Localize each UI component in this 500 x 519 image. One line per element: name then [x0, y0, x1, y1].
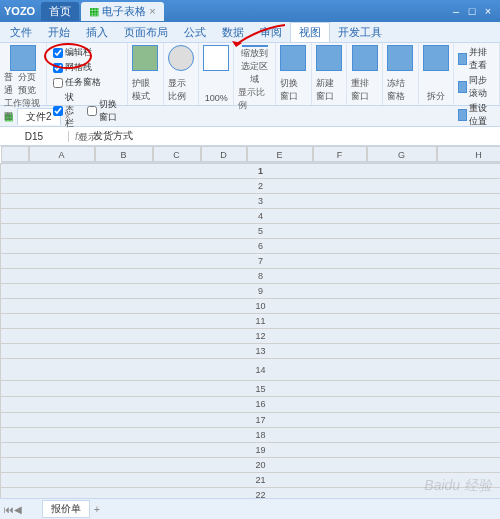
maximize-button[interactable]: □	[464, 5, 480, 17]
ribbon: 普通 分页预览 工作簿视图 编辑栏 网格线 任务窗格 状态栏 切换窗口 显示 护…	[0, 43, 500, 106]
col-H[interactable]: H	[437, 146, 501, 162]
menu-file[interactable]: 文件	[2, 23, 40, 42]
split-button[interactable]: 拆分	[427, 90, 445, 103]
split-icon[interactable]	[423, 45, 449, 71]
menu-review[interactable]: 审阅	[252, 23, 290, 42]
status-bar: ⏮ ◀ 报价单 +	[0, 498, 500, 519]
new-win-icon[interactable]	[316, 45, 342, 71]
close-tab-icon[interactable]: ×	[149, 5, 155, 17]
group-zoom: 显示比例	[238, 86, 271, 112]
group-show: 显示	[79, 131, 97, 144]
minimize-button[interactable]: –	[448, 5, 464, 17]
freeze-button[interactable]: 缩放到选定区域	[238, 47, 271, 86]
freeze-pane-icon[interactable]	[387, 45, 413, 71]
doc-title: 电子表格	[102, 4, 146, 19]
chk-switch[interactable]: 切换窗口	[87, 91, 123, 130]
side-by-side[interactable]: 并排查看	[458, 46, 496, 72]
menubar: 文件 开始 插入 页面布局 公式 数据 审阅 视图 开发工具	[0, 22, 500, 43]
titlebar: YOZO 首页 ▦ 电子表格 × – □ ×	[0, 0, 500, 22]
add-sheet-icon[interactable]: +	[94, 504, 100, 515]
col-A[interactable]: A	[29, 146, 95, 162]
switch-win-button[interactable]: 切换窗口	[280, 77, 307, 103]
nav-prev-icon[interactable]: ◀	[14, 504, 22, 515]
zoom-icon[interactable]	[168, 45, 194, 71]
menu-insert[interactable]: 插入	[78, 23, 116, 42]
page-view-button[interactable]: 分页预览	[18, 71, 42, 97]
menu-data[interactable]: 数据	[214, 23, 252, 42]
spreadsheet-grid[interactable]: A B C D E F G H 1某某公司报价单 2贵公司地址报价日期 3部编报…	[0, 146, 500, 519]
close-button[interactable]: ×	[480, 5, 496, 17]
menu-formula[interactable]: 公式	[176, 23, 214, 42]
protect-button[interactable]: 护眼模式	[132, 77, 159, 103]
normal-view-button[interactable]: 普通	[4, 71, 16, 97]
reset-pos[interactable]: 重设位置	[458, 102, 496, 128]
excel-icon: ▦	[89, 5, 99, 18]
menu-layout[interactable]: 页面布局	[116, 23, 176, 42]
protect-icon[interactable]	[132, 45, 158, 71]
sheet-tab[interactable]: 报价单	[42, 500, 90, 518]
col-B[interactable]: B	[95, 146, 153, 162]
formula-input[interactable]: 发货方式	[89, 129, 500, 143]
col-D[interactable]: D	[201, 146, 247, 162]
tab-document[interactable]: ▦ 电子表格 ×	[81, 2, 163, 21]
chk-status-bar[interactable]: 状态栏	[53, 91, 82, 130]
menu-start[interactable]: 开始	[40, 23, 78, 42]
hundred-button[interactable]: 100%	[205, 93, 228, 103]
chk-gridlines[interactable]: 网格线	[53, 61, 92, 74]
menu-dev[interactable]: 开发工具	[330, 23, 390, 42]
app-logo: YOZO	[4, 5, 35, 17]
arrange-icon[interactable]	[352, 45, 378, 71]
col-F[interactable]: F	[313, 146, 367, 162]
zoom-button[interactable]: 显示比例	[168, 77, 195, 103]
sync-scroll[interactable]: 同步滚动	[458, 74, 496, 100]
arrange-button[interactable]: 重排窗口	[351, 77, 378, 103]
col-G[interactable]: G	[367, 146, 437, 162]
switch-win-icon[interactable]	[280, 45, 306, 71]
nav-first-icon[interactable]: ⏮	[4, 504, 14, 515]
chk-formula-bar[interactable]: 编辑栏	[53, 46, 92, 59]
group-workbook-view: 工作簿视图	[4, 97, 42, 123]
col-C[interactable]: C	[153, 146, 201, 162]
chk-taskpane[interactable]: 任务窗格	[53, 76, 101, 89]
name-box[interactable]: D15	[0, 131, 69, 142]
freeze-pane-button[interactable]: 冻结窗格	[387, 77, 414, 103]
menu-view[interactable]: 视图	[290, 22, 330, 42]
normal-view-icon[interactable]	[10, 45, 36, 71]
hundred-icon[interactable]	[203, 45, 229, 71]
tab-home[interactable]: 首页	[41, 2, 79, 21]
new-win-button[interactable]: 新建窗口	[316, 77, 343, 103]
col-E[interactable]: E	[247, 146, 313, 162]
